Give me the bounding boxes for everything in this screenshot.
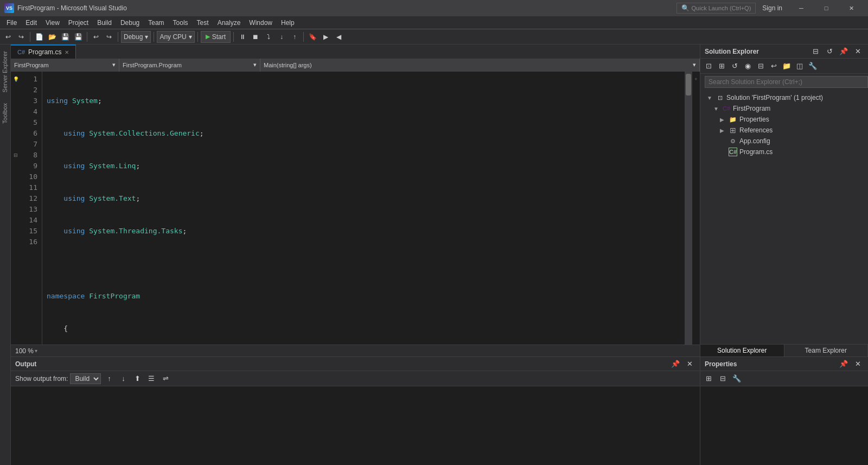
menu-edit[interactable]: Edit [21, 16, 41, 29]
se-tool-1[interactable]: ⊡ [703, 60, 714, 72]
references-arrow[interactable]: ▶ [720, 128, 726, 133]
menu-window[interactable]: Window [245, 16, 277, 29]
toolbar-save[interactable]: 💾 [59, 31, 71, 43]
menu-help[interactable]: Help [277, 16, 299, 29]
menu-tools[interactable]: Tools [169, 16, 193, 29]
toolbar-step-over[interactable]: ⤵ [263, 31, 275, 43]
toolbar-save-all[interactable]: 💾 [72, 31, 84, 43]
tree-app-config[interactable]: ⚙ App.config [700, 136, 868, 146]
props-settings-btn[interactable]: 🔧 [731, 373, 743, 385]
server-explorer-tab[interactable]: Server Explorer [1, 47, 10, 97]
tab-team-explorer[interactable]: Team Explorer [784, 345, 869, 356]
output-source-select[interactable]: Build [70, 373, 101, 384]
scrollbar-thumb[interactable] [686, 74, 691, 95]
code-line-1: using System; [47, 95, 680, 106]
toolbar-redo[interactable]: ↪ [103, 31, 115, 43]
se-pin-btn[interactable]: 📌 [838, 46, 850, 58]
props-controls: 📌 ✕ [838, 358, 864, 370]
se-tool-5[interactable]: ⊟ [755, 60, 767, 72]
menu-debug[interactable]: Debug [116, 16, 144, 29]
quick-launch-search[interactable]: 🔍 Quick Launch (Ctrl+Q) [676, 3, 756, 14]
output-wrap-btn[interactable]: ⇌ [159, 373, 171, 385]
menu-view[interactable]: View [41, 16, 64, 29]
se-tool-8[interactable]: ◫ [794, 60, 806, 72]
toolbar-bm-prev[interactable]: ◀ [333, 31, 344, 43]
minimize-button[interactable]: ─ [789, 0, 814, 16]
output-up-btn[interactable]: ↑ [103, 373, 115, 385]
project-arrow[interactable]: ▼ [713, 106, 720, 112]
center-panel: C# Program.cs ✕ FirstProgram ▾ FirstProg… [11, 44, 700, 465]
toolbar-forward[interactable]: ↪ [15, 31, 27, 43]
toolbar-step-in[interactable]: ↓ [276, 31, 288, 43]
toolbar-bm-next[interactable]: ▶ [320, 31, 331, 43]
output-down-btn[interactable]: ↓ [117, 373, 129, 385]
se-tool-4[interactable]: ◉ [742, 60, 754, 72]
signin-link[interactable]: Sign in [762, 4, 782, 12]
collapse-7[interactable]: ⊟ [14, 152, 18, 158]
zoom-dropdown-icon[interactable]: ▾ [35, 348, 37, 354]
code-scrollbar[interactable] [685, 72, 692, 345]
se-tool-9[interactable]: 🔧 [807, 60, 819, 72]
project-dropdown[interactable]: FirstProgram ▾ [11, 59, 119, 72]
tree-program-cs[interactable]: C# Program.cs [700, 146, 868, 157]
menu-test[interactable]: Test [193, 16, 213, 29]
code-line-3: using System.Linq; [47, 161, 680, 171]
toolbar-attach[interactable]: ⏸ [237, 31, 248, 43]
output-clear-btn[interactable]: ☰ [145, 373, 157, 385]
menu-analyze[interactable]: Analyze [213, 16, 245, 29]
se-toolbar: ⊡ ⊞ ↺ ◉ ⊟ ↩ 📁 ◫ 🔧 [700, 59, 868, 74]
member-dropdown[interactable]: Main(string[] args) ▾ [260, 59, 700, 72]
debug-config-dropdown[interactable]: Debug ▾ [121, 31, 151, 43]
se-search-input[interactable] [705, 76, 868, 88]
code-content[interactable]: using System; using System.Collections.G… [42, 72, 685, 345]
tab-program-cs[interactable]: C# Program.cs ✕ [11, 44, 76, 59]
class-dropdown[interactable]: FirstProgram.Program ▾ [119, 59, 260, 72]
tab-solution-explorer[interactable]: Solution Explorer [700, 345, 784, 356]
se-tool-6[interactable]: ↩ [768, 60, 780, 72]
se-tool-3[interactable]: ↺ [729, 60, 741, 72]
tree-solution[interactable]: ▼ ⊡ Solution 'FirstProgram' (1 project) [700, 92, 868, 103]
props-alphabetical-btn[interactable]: ⊟ [717, 373, 729, 385]
output-up2-btn[interactable]: ⬆ [131, 373, 143, 385]
output-close-btn[interactable]: ✕ [684, 358, 695, 370]
se-refresh-btn[interactable]: ↺ [824, 46, 835, 58]
menu-team[interactable]: Team [144, 16, 168, 29]
properties-label: Properties [739, 116, 769, 123]
se-close-btn[interactable]: ✕ [852, 46, 864, 58]
se-tool-7[interactable]: 📁 [781, 60, 793, 72]
se-collapse-btn[interactable]: ⊟ [809, 46, 821, 58]
se-tool-2[interactable]: ⊞ [716, 60, 727, 72]
output-pin-btn[interactable]: 📌 [669, 358, 681, 370]
props-categories-btn[interactable]: ⊞ [703, 373, 714, 385]
tree-project[interactable]: ▼ C# FirstProgram [700, 103, 868, 114]
platform-dropdown[interactable]: Any CPU ▾ [157, 31, 194, 43]
toolbar-sep-7 [303, 32, 304, 42]
toolbar-step-out[interactable]: ↑ [289, 31, 301, 43]
maximize-button[interactable]: □ [814, 0, 839, 16]
expand-icon[interactable]: + [694, 74, 697, 85]
solution-icon: ⊡ [716, 93, 724, 102]
code-line-4: using System.Text; [47, 193, 680, 204]
menu-build[interactable]: Build [93, 16, 116, 29]
toolbar-open[interactable]: 📂 [46, 31, 58, 43]
toolbar-back[interactable]: ↩ [2, 31, 14, 43]
props-close-btn[interactable]: ✕ [852, 358, 864, 370]
tree-properties[interactable]: ▶ 📁 Properties [700, 114, 868, 125]
toolbox-tab[interactable]: Toolbox [1, 99, 10, 128]
props-pin-btn[interactable]: 📌 [838, 358, 850, 370]
code-line-5: using System.Threading.Tasks; [47, 226, 680, 237]
tree-references[interactable]: ▶ ⊞ References [700, 125, 868, 136]
solution-arrow[interactable]: ▼ [707, 95, 713, 101]
toolbar-new[interactable]: 📄 [33, 31, 45, 43]
toolbar-undo[interactable]: ↩ [90, 31, 102, 43]
toolbar-bookmark[interactable]: 🔖 [307, 31, 318, 43]
close-button[interactable]: ✕ [839, 0, 864, 16]
tab-icon: C# [17, 49, 25, 55]
output-panel: Output 📌 ✕ Show output from: Build ↑ ↓ ⬆… [11, 356, 700, 465]
properties-arrow[interactable]: ▶ [720, 117, 726, 123]
menu-file[interactable]: File [2, 16, 21, 29]
start-button[interactable]: ▶ Start [201, 31, 231, 43]
close-tab-icon[interactable]: ✕ [65, 49, 69, 55]
toolbar-break[interactable]: ⏹ [250, 31, 261, 43]
menu-project[interactable]: Project [64, 16, 93, 29]
